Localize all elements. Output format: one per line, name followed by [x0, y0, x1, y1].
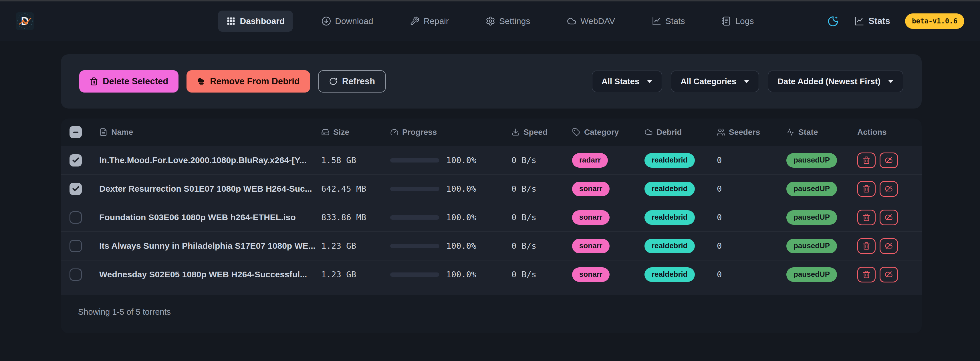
progress-percent: 100.0%	[446, 155, 476, 165]
filter-states-select[interactable]: All States	[592, 71, 662, 92]
sort-select[interactable]: Date Added (Newest First)	[768, 71, 903, 92]
nav-label: Repair	[424, 16, 449, 26]
progress-percent: 100.0%	[446, 212, 476, 222]
row-actions	[857, 181, 913, 197]
cloud-slash-icon	[885, 271, 893, 279]
delete-torrent-button[interactable]	[857, 210, 876, 225]
progress-bar	[390, 215, 439, 220]
check-icon	[72, 185, 80, 193]
refresh-button[interactable]: Refresh	[318, 70, 386, 93]
torrent-speed: 0 B/s	[511, 184, 572, 194]
cloud-slash-icon	[885, 213, 893, 221]
nav-item-settings[interactable]: Settings	[477, 11, 538, 32]
hard-drive-icon	[321, 128, 329, 136]
filter-categories-select[interactable]: All Categories	[671, 71, 759, 92]
torrent-speed: 0 B/s	[511, 269, 572, 279]
row-actions	[857, 210, 913, 225]
debrid-badge: realdebrid	[644, 210, 695, 225]
delete-torrent-button[interactable]	[857, 181, 876, 197]
torrent-progress: 100.0%	[390, 241, 511, 251]
progress-percent: 100.0%	[446, 269, 476, 279]
table-row: In.The.Mood.For.Love.2000.1080p.BluRay.x…	[61, 146, 922, 174]
nav-item-repair[interactable]: Repair	[402, 11, 457, 32]
remove-from-debrid-row-button[interactable]	[880, 238, 898, 254]
column-header-name: Name	[99, 128, 321, 137]
column-header-speed: Speed	[511, 128, 572, 137]
category-badge: sonarr	[572, 239, 609, 253]
torrent-progress: 100.0%	[390, 212, 511, 222]
theme-toggle-button[interactable]	[827, 15, 839, 27]
remove-from-debrid-button[interactable]: Remove From Debrid	[186, 70, 310, 93]
column-header-debrid: Debrid	[644, 128, 717, 137]
nav-label: Dashboard	[240, 16, 285, 26]
row-checkbox[interactable]	[70, 183, 82, 195]
progress-bar	[390, 187, 439, 191]
torrent-progress: 100.0%	[390, 269, 511, 279]
toolbar-actions: Delete Selected Remove From Debrid Refre…	[79, 70, 386, 93]
nav-item-download[interactable]: Download	[313, 11, 381, 32]
debrid-badge: realdebrid	[644, 239, 695, 253]
nav-item-logs[interactable]: Logs	[713, 11, 762, 32]
state-badge: pausedUP	[786, 267, 837, 282]
state-badge: pausedUP	[786, 210, 837, 225]
cloud-slash-icon	[885, 242, 893, 250]
dashboard-page: Delete Selected Remove From Debrid Refre…	[0, 41, 922, 333]
trash-icon	[862, 271, 870, 279]
row-actions	[857, 267, 913, 282]
header-stats-link[interactable]: Stats	[854, 16, 890, 26]
wrench-icon	[410, 16, 420, 26]
filter-states-value: All States	[601, 77, 639, 86]
category-badge: sonarr	[572, 182, 609, 196]
torrent-size: 1.58 GB	[321, 155, 390, 165]
nav-label: WebDAV	[581, 16, 615, 26]
remove-from-debrid-row-button[interactable]	[880, 152, 898, 168]
row-checkbox[interactable]	[70, 211, 82, 223]
table-row: Dexter Resurrection S01E07 1080p WEB H26…	[61, 174, 922, 203]
row-checkbox[interactable]	[70, 268, 82, 281]
trash-icon	[862, 213, 870, 221]
app-logo[interactable]: D	[16, 12, 34, 30]
progress-bar	[390, 244, 439, 248]
remove-from-debrid-label: Remove From Debrid	[210, 76, 300, 87]
nav-right-group: Stats beta-v1.0.6	[827, 13, 964, 29]
toolbar-filters: All States All Categories Date Added (Ne…	[592, 71, 903, 92]
version-badge: beta-v1.0.6	[905, 13, 964, 29]
trash-icon	[862, 156, 870, 164]
remove-from-debrid-row-button[interactable]	[880, 210, 898, 225]
delete-torrent-button[interactable]	[857, 238, 876, 254]
nav-item-dashboard[interactable]: Dashboard	[218, 11, 293, 32]
delete-torrent-button[interactable]	[857, 152, 876, 168]
remove-from-debrid-row-button[interactable]	[880, 267, 898, 282]
torrent-size: 642.45 MB	[321, 184, 390, 194]
indeterminate-dash-icon	[72, 128, 80, 136]
row-checkbox[interactable]	[70, 240, 82, 252]
nav-item-webdav[interactable]: WebDAV	[558, 11, 623, 32]
remove-from-debrid-row-button[interactable]	[880, 181, 898, 197]
delete-torrent-button[interactable]	[857, 267, 876, 282]
cloud-slash-icon	[885, 185, 893, 193]
torrent-progress: 100.0%	[390, 184, 511, 194]
column-header-actions: Actions	[857, 128, 913, 137]
category-badge: sonarr	[572, 267, 609, 282]
category-badge: radarr	[572, 153, 608, 168]
refresh-icon	[329, 77, 337, 86]
select-all-checkbox[interactable]	[70, 126, 82, 138]
table-footer: Showing 1-5 of 5 torrents	[61, 295, 922, 333]
main-nav: Dashboard Download Repair Settings	[218, 11, 762, 32]
table-row: Foundation S03E06 1080p WEB h264-ETHEL.i…	[61, 203, 922, 231]
nav-item-stats[interactable]: Stats	[644, 11, 693, 32]
app-logo-graph-icon	[16, 12, 34, 30]
state-badge: pausedUP	[786, 239, 837, 253]
torrent-speed: 0 B/s	[511, 241, 572, 251]
debrid-badge: realdebrid	[644, 267, 695, 282]
trash-icon	[862, 185, 870, 193]
torrent-progress: 100.0%	[390, 155, 511, 165]
chevron-down-icon	[647, 80, 652, 83]
delete-selected-button[interactable]: Delete Selected	[79, 70, 178, 93]
column-header-category: Category	[572, 128, 644, 137]
row-checkbox[interactable]	[70, 154, 82, 166]
torrent-size: 833.86 MB	[321, 212, 390, 222]
filter-categories-value: All Categories	[681, 77, 736, 86]
check-icon	[72, 156, 80, 164]
progress-percent: 100.0%	[446, 184, 476, 194]
